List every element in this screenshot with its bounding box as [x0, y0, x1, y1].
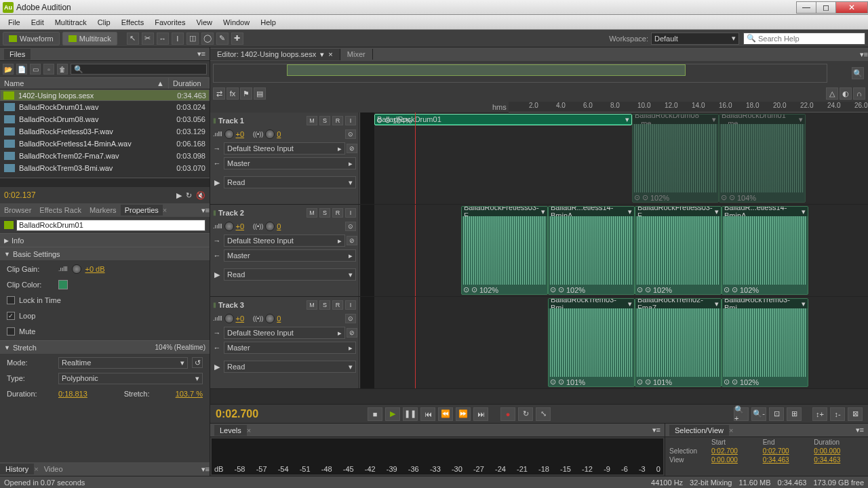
audio-clip[interactable]: BalladRockTrem02-Fma7▾⊙⊙101% — [635, 298, 722, 387]
editor-tab[interactable]: Editor: 1402-Using loops.sesx ▾ × — [210, 49, 340, 60]
edit-tool-2[interactable]: fx — [226, 87, 239, 100]
preview-loop-icon[interactable]: ↻ — [186, 191, 192, 200]
audio-clip[interactable]: BalladRockDrum01 ...me▾⊙⊙104% — [719, 114, 806, 203]
audio-clip[interactable]: BalladRockDrum01▾⊙⊙104% — [374, 114, 632, 125]
mute-checkbox[interactable] — [7, 327, 15, 336]
fx-button[interactable]: ⊙ — [345, 222, 356, 231]
menu-effects[interactable]: Effects — [116, 17, 149, 28]
input-fx-icon[interactable]: ⊘ — [347, 328, 357, 338]
mixer-tab[interactable]: Mixer — [340, 49, 373, 60]
automation-select[interactable]: Read▾ — [224, 361, 356, 373]
file-row[interactable]: BalladRockFretless03-F.wav0:03.129 — [0, 125, 210, 138]
input-select[interactable]: Default Stereo Input▸ — [224, 142, 345, 155]
file-row[interactable]: BalladRockTrem03-Bmi.wav0:03.070 — [0, 162, 210, 174]
info-section[interactable]: ▶Info — [0, 233, 210, 247]
selview-value[interactable]: 0:02.700 — [711, 447, 762, 455]
chevron-down-icon[interactable]: ▾ — [628, 300, 632, 308]
automation-select[interactable]: Read▾ — [224, 268, 356, 281]
zoom-in-v-icon[interactable]: ↕+ — [812, 407, 827, 421]
clip-gain-knob[interactable] — [72, 264, 81, 274]
file-row[interactable]: BalladRockFretless14-BminA.wav0:06.168 — [0, 138, 210, 150]
edit-tool-1[interactable]: ⇄ — [213, 87, 225, 100]
lock-checkbox[interactable] — [7, 296, 15, 304]
fx-button[interactable]: ⊙ — [345, 314, 356, 323]
file-row[interactable]: BalladRockDrum01.wav0:03.024 — [0, 101, 210, 113]
minimize-button[interactable]: — — [796, 1, 816, 14]
stop-button[interactable]: ■ — [368, 407, 382, 421]
history-tab[interactable]: History — [0, 464, 34, 474]
rewind-button[interactable]: ⏪ — [438, 407, 453, 421]
stretch-pct-value[interactable]: 103.7 % — [176, 390, 203, 398]
menu-clip[interactable]: Clip — [92, 17, 116, 28]
file-search[interactable]: 🔍 — [71, 64, 207, 75]
proptab-effects-rack[interactable]: Effects Rack — [35, 205, 85, 216]
audio-clip[interactable]: BalladRockFretless03-F▾⊙⊙102% — [635, 206, 722, 295]
automation-select[interactable]: Read▾ — [224, 176, 356, 188]
pause-button[interactable]: ❚❚ — [403, 407, 418, 421]
input-fx-icon[interactable]: ⊘ — [347, 236, 357, 245]
selview-value[interactable]: 0:02.700 — [763, 447, 813, 455]
mute-button[interactable]: M — [307, 116, 317, 125]
clip-name-input[interactable] — [16, 220, 205, 231]
menu-view[interactable]: View — [191, 17, 218, 28]
chevron-down-icon[interactable]: ▾ — [628, 207, 632, 216]
overview-bar[interactable] — [213, 64, 827, 83]
zoom-sel-icon[interactable]: ⊞ — [787, 407, 802, 421]
selview-value[interactable]: 0:00.000 — [814, 447, 864, 455]
waveform-button[interactable]: Waveform — [3, 32, 60, 45]
volume-value[interactable]: +0 — [236, 314, 245, 323]
trash-icon[interactable]: 🗑 — [57, 64, 68, 75]
track-content[interactable]: BalladRockFretless03-F▾⊙⊙102%BalladR...e… — [374, 205, 868, 296]
audio-clip[interactable]: BalladRockDrum08 ...me▾⊙⊙102% — [632, 114, 719, 203]
tool-slip[interactable]: ↔ — [157, 33, 169, 45]
tool-marquee[interactable]: ◫ — [186, 33, 199, 45]
monitor-button[interactable]: I — [345, 116, 356, 125]
audio-clip[interactable]: BalladRockTrem03-Bmi▾⊙⊙101% — [548, 298, 635, 387]
play-button[interactable]: ▶ — [385, 407, 400, 421]
output-select[interactable]: Master▸ — [224, 249, 356, 262]
selview-value[interactable]: 0:34.463 — [814, 456, 864, 464]
volume-knob[interactable] — [224, 222, 234, 231]
zoom-reset-icon[interactable]: ⊠ — [848, 407, 863, 421]
volume-value[interactable]: +0 — [236, 222, 245, 230]
audio-clip[interactable]: BalladRockTrem03-Bmi▾⊙⊙102% — [722, 298, 808, 387]
skip-button[interactable]: ⤡ — [536, 407, 551, 421]
track-content[interactable]: BalladRockDrum01▾⊙⊙104%BalladRockDrum08 … — [374, 113, 868, 204]
edit-tool-4[interactable]: ▤ — [254, 87, 266, 100]
menu-file[interactable]: File — [3, 17, 26, 28]
workspace-select[interactable]: Default▾ — [651, 33, 739, 45]
zoom-icon[interactable]: 🔍 — [852, 67, 864, 79]
chevron-down-icon[interactable]: ▾ — [802, 300, 806, 308]
chevron-down-icon[interactable]: ▾ — [802, 207, 806, 216]
mode-reset-icon[interactable]: ↺ — [192, 357, 203, 368]
chevron-down-icon[interactable]: ▾ — [625, 115, 629, 124]
mode-select[interactable]: Realtime▾ — [58, 357, 188, 369]
mute-button[interactable]: M — [307, 300, 317, 310]
zoom-fit-icon[interactable]: ⊡ — [769, 407, 784, 421]
arm-button[interactable]: R — [332, 208, 343, 218]
track-name[interactable]: Track 3 — [218, 301, 304, 309]
import-icon[interactable]: 📂 — [3, 64, 14, 75]
pan-knob[interactable] — [265, 314, 275, 323]
go-end-button[interactable]: ⏭ — [473, 407, 488, 421]
clip-color-swatch[interactable] — [58, 280, 68, 289]
tool-heal[interactable]: ✚ — [231, 33, 243, 45]
chevron-down-icon[interactable]: ▾ — [715, 300, 719, 308]
tool-move[interactable]: ↖ — [127, 33, 139, 45]
duration-value[interactable]: 0:18.813 — [58, 390, 87, 398]
solo-button[interactable]: S — [319, 300, 330, 310]
menu-multitrack[interactable]: Multitrack — [50, 17, 92, 28]
proptab-properties[interactable]: Properties — [121, 205, 163, 216]
new-file-icon[interactable]: 📄 — [16, 64, 27, 75]
time-ruler[interactable]: hms 2.04.06.08.010.012.014.016.018.020.0… — [509, 102, 868, 113]
input-fx-icon[interactable]: ⊘ — [347, 144, 357, 153]
close-file-icon[interactable]: ▫ — [43, 64, 54, 75]
menu-edit[interactable]: Edit — [26, 17, 50, 28]
input-select[interactable]: Default Stereo Input▸ — [224, 235, 345, 247]
playhead[interactable] — [415, 205, 416, 296]
panel-menu-icon[interactable]: ▾≡ — [201, 206, 210, 215]
file-scrollbar[interactable] — [0, 178, 210, 187]
go-start-button[interactable]: ⏮ — [420, 407, 435, 421]
volume-knob[interactable] — [224, 314, 234, 323]
forward-button[interactable]: ⏩ — [456, 407, 471, 421]
